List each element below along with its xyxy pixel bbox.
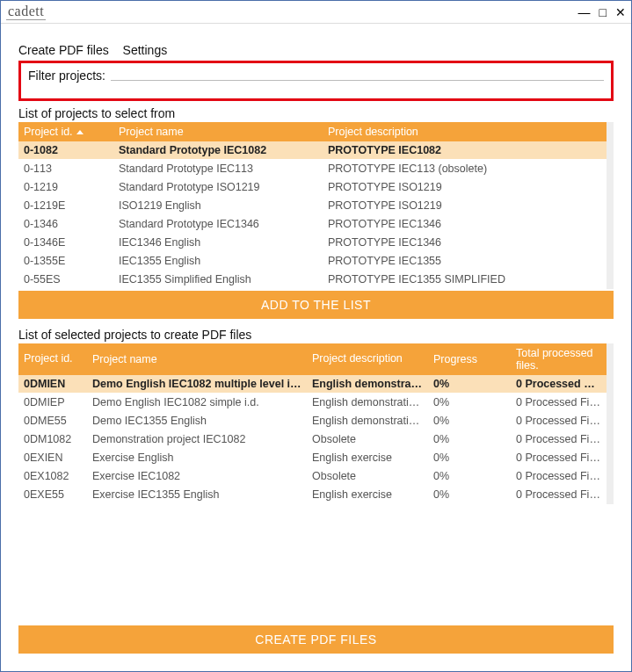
table-row[interactable]: 0DME55Demo IEC1355 EnglishEnglish demons… (18, 412, 607, 430)
cell-desc: PROTOTYPE IEC1082 (323, 141, 607, 159)
table-row[interactable]: 0-1219Standard Prototype ISO1219PROTOTYP… (18, 178, 607, 197)
cell-progress: 0% (428, 486, 511, 503)
cell-name: Standard Prototype IEC113 (113, 160, 323, 177)
cell-name: IEC1346 English (113, 234, 323, 251)
cell-id: 0DME55 (18, 412, 87, 430)
table-row[interactable]: 0-1346Standard Prototype IEC1346PROTOTYP… (18, 215, 607, 234)
cell-desc: PROTOTYPE IEC113 (obsolete) (323, 160, 607, 177)
maximize-icon[interactable]: □ (599, 5, 607, 19)
cell-id: 0-1346 (18, 215, 113, 233)
cell-total: 0 Processed Files. (511, 375, 607, 393)
cell-desc: English demonstrati… (307, 375, 428, 393)
filter-projects-box: Filter projects: (18, 61, 614, 101)
cell-id: 0-1355E (18, 252, 113, 270)
table-row[interactable]: 0DM1082Demonstration project IEC1082Obso… (18, 430, 607, 449)
col2-project-id[interactable]: Project id. (18, 350, 87, 368)
col2-total[interactable]: Total processed files. (511, 343, 607, 375)
cell-desc: PROTOTYPE ISO1219 (323, 197, 607, 214)
col2-project-desc[interactable]: Project description (307, 350, 428, 368)
cell-progress: 0% (428, 449, 511, 466)
table-row[interactable]: 0-113Standard Prototype IEC113PROTOTYPE … (18, 160, 607, 178)
col-project-id[interactable]: Project id. (18, 122, 113, 141)
cell-desc: Obsolete (307, 467, 428, 485)
titlebar: cadett — □ ✕ (1, 1, 631, 24)
cell-id: 0-1219 (18, 178, 113, 196)
filter-label: Filter projects: (28, 69, 105, 83)
cell-name: Standard Prototype ISO1219 (113, 178, 323, 196)
cell-desc: English exercise (307, 449, 428, 466)
cell-progress: 0% (428, 412, 511, 430)
cell-desc: PROTOTYPE ISO1219 (323, 178, 607, 196)
col-project-name[interactable]: Project name (113, 122, 323, 141)
filter-input[interactable] (111, 80, 604, 81)
cell-desc: PROTOTYPE IEC1346 (323, 215, 607, 233)
cell-id: 0-113 (18, 160, 113, 177)
cell-name: Exercise English (87, 449, 307, 466)
available-projects-title: List of projects to select from (18, 106, 614, 120)
cell-progress: 0% (428, 467, 511, 485)
selected-header-row: Project id. Project name Project descrip… (18, 343, 607, 375)
table-row[interactable]: 0-1346EIEC1346 EnglishPROTOTYPE IEC1346 (18, 234, 607, 252)
selected-projects-title: List of selected projects to create PDF … (18, 328, 614, 342)
cell-name: Demonstration project IEC1082 (87, 430, 307, 448)
cell-name: Demo IEC1355 English (87, 412, 307, 430)
col2-project-name[interactable]: Project name (87, 350, 307, 369)
available-header-row: Project id. Project name Project descrip… (18, 122, 607, 141)
cell-name: Demo English IEC1082 multiple level i.d. (87, 375, 307, 393)
cell-desc: English demonstrati… (307, 394, 428, 411)
cell-total: 0 Processed Files. (511, 412, 607, 430)
cell-name: IEC1355 Simplified English (113, 271, 323, 288)
cell-id: 0DM1082 (18, 430, 87, 448)
cell-id: 0-1219E (18, 197, 113, 214)
cell-id: 0-55ES (18, 271, 113, 288)
col2-progress[interactable]: Progress (428, 350, 511, 369)
cell-name: Standard Prototype IEC1082 (113, 141, 323, 159)
cell-name: Exercise IEC1082 (87, 467, 307, 485)
cell-name: ISO1219 English (113, 197, 323, 214)
cell-desc: English demonstrati… (307, 412, 428, 430)
minimize-icon[interactable]: — (578, 5, 591, 19)
cell-name: Exercise IEC1355 English (87, 486, 307, 503)
menu-settings[interactable]: Settings (123, 43, 168, 57)
cell-name: Demo English IEC1082 simple i.d. (87, 394, 307, 411)
cell-total: 0 Processed Files. (511, 449, 607, 466)
col-project-desc[interactable]: Project description (323, 122, 607, 141)
cell-id: 0EX1082 (18, 467, 87, 485)
cell-id: 0DMIEN (18, 375, 87, 393)
cell-total: 0 Processed Files. (511, 467, 607, 485)
create-pdf-files-button[interactable]: CREATE PDF FILES (18, 625, 614, 654)
table-row[interactable]: 0DMIENDemo English IEC1082 multiple leve… (18, 375, 607, 394)
cell-total: 0 Processed Files. (511, 394, 607, 411)
cell-total: 0 Processed Files. (511, 430, 607, 448)
table-row[interactable]: 0EXIENExercise EnglishEnglish exercise0%… (18, 449, 607, 467)
close-icon[interactable]: ✕ (615, 5, 626, 19)
table-row[interactable]: 0-55ESIEC1355 Simplified EnglishPROTOTYP… (18, 271, 607, 289)
cell-total: 0 Processed Files. (511, 486, 607, 503)
table-row[interactable]: 0DMIEPDemo English IEC1082 simple i.d.En… (18, 394, 607, 412)
available-projects-table: Project id. Project name Project descrip… (18, 122, 614, 289)
cell-name: IEC1355 English (113, 252, 323, 270)
cell-id: 0EXE55 (18, 486, 87, 503)
app-logo: cadett (6, 4, 46, 20)
cell-desc: PROTOTYPE IEC1355 (323, 252, 607, 270)
menubar: Create PDF files Settings (18, 43, 614, 57)
cell-id: 0DMIEP (18, 394, 87, 411)
cell-id: 0-1082 (18, 141, 113, 159)
cell-desc: English exercise (307, 486, 428, 503)
cell-desc: Obsolete (307, 430, 428, 448)
window-controls: — □ ✕ (578, 5, 626, 19)
cell-progress: 0% (428, 394, 511, 411)
cell-progress: 0% (428, 375, 511, 393)
cell-desc: PROTOTYPE IEC1346 (323, 234, 607, 251)
table-row[interactable]: 0-1082Standard Prototype IEC1082PROTOTYP… (18, 141, 607, 160)
table-row[interactable]: 0EX1082Exercise IEC1082Obsolete0%0 Proce… (18, 467, 607, 486)
table-row[interactable]: 0-1355EIEC1355 EnglishPROTOTYPE IEC1355 (18, 252, 607, 271)
cell-id: 0EXIEN (18, 449, 87, 466)
menu-create-pdf[interactable]: Create PDF files (18, 43, 109, 57)
add-to-list-button[interactable]: ADD TO THE LIST (18, 291, 614, 319)
table-row[interactable]: 0EXE55Exercise IEC1355 EnglishEnglish ex… (18, 486, 607, 504)
table-row[interactable]: 0-1219EISO1219 EnglishPROTOTYPE ISO1219 (18, 197, 607, 215)
cell-id: 0-1346E (18, 234, 113, 251)
app-window: cadett — □ ✕ Create PDF files Settings F… (0, 0, 632, 672)
cell-desc: PROTOTYPE IEC1355 SIMPLIFIED (323, 271, 607, 288)
